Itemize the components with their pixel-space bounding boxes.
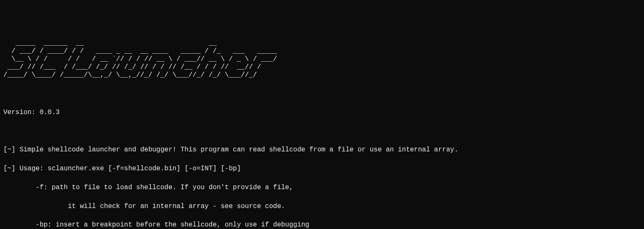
blank-line <box>3 126 641 135</box>
version-line: Version: 0.0.3 <box>3 108 641 117</box>
blank-line <box>3 89 641 98</box>
description-line: [~] Simple shellcode launcher and debugg… <box>3 145 641 154</box>
option-line: -bp: insert a breakpoint before the shel… <box>3 220 641 229</box>
usage-line: [~] Usage: sclauncher.exe [-f=shellcode.… <box>3 164 641 173</box>
ascii-banner: _____ ______ __ __ / ___/ / ____/ / / __… <box>3 39 641 80</box>
option-line: -f: path to file to load shellcode. If y… <box>3 183 641 192</box>
option-line: it will check for an internal array - se… <box>3 202 641 211</box>
